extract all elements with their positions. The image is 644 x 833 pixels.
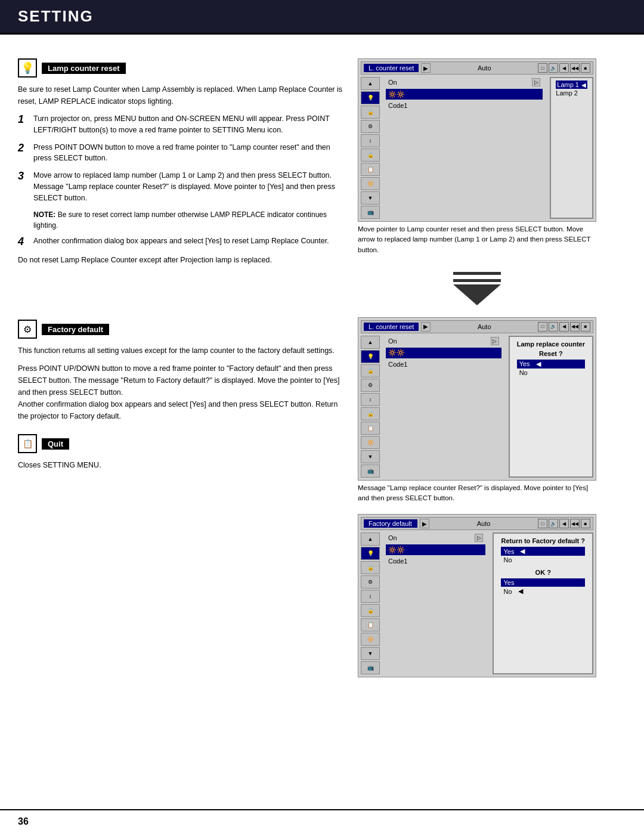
factory-dialog-no-row[interactable]: No	[501, 556, 585, 564]
ui-sidebar-1: ▲ 💡 🔒 ⚙ ↕ 🔒 📋 🔆 ▼ 📺	[361, 77, 382, 219]
sidebar-item-7[interactable]: 📋	[361, 163, 380, 176]
lamp1-label: Lamp 1	[557, 81, 579, 88]
sidebar-item-8[interactable]: 🔆	[361, 177, 380, 190]
topbar-icon-1a[interactable]: □	[538, 63, 547, 73]
sidebar3-item-2[interactable]: 💡	[361, 547, 380, 560]
topbar-icon-3e[interactable]: ■	[581, 519, 590, 528]
topbar-icon-3a[interactable]: □	[538, 519, 547, 528]
topbar-label-3[interactable]: Factory default	[364, 519, 417, 528]
ui-panel-3: Factory default ▶ Auto □ 🔊 ◀ ◀◀ ■ ▲ 💡	[358, 514, 596, 680]
topbar-arrow-1[interactable]: ▶	[421, 63, 431, 73]
menu2-arrow-on[interactable]: ▷	[491, 337, 499, 345]
topbar-icon-2b[interactable]: 🔊	[549, 322, 558, 332]
menu-arrow-lamp[interactable]	[532, 90, 540, 98]
topbar-arrow-3[interactable]: ▶	[420, 519, 429, 528]
sidebar3-item-5[interactable]: ↕	[361, 590, 380, 603]
menu3-arrow-lamp[interactable]	[475, 546, 483, 554]
factory-ok-no-row[interactable]: No ◀	[501, 587, 585, 596]
step-3-note: NOTE: Be sure to reset correct lamp numb…	[33, 209, 346, 231]
topbar-icons-3: □ 🔊 ◀ ◀◀ ■	[538, 519, 590, 528]
sidebar-item-3[interactable]: 🔒	[361, 106, 380, 119]
menu3-row-code: Code1	[386, 556, 485, 566]
ui-topbar-1: L. counter reset ▶ Auto □ 🔊 ◀ ◀◀ ■	[361, 61, 593, 75]
topbar-label-2[interactable]: L. counter reset	[364, 323, 419, 331]
lamp-dialog-no: No	[517, 369, 530, 376]
step-3: 3 Move arrow to replaced lamp number (La…	[18, 170, 346, 203]
factory-dialog-yes-row[interactable]: Yes ◀	[501, 547, 585, 556]
sidebar2-item-10[interactable]: 📺	[361, 465, 380, 478]
sidebar3-item-3[interactable]: 🔒	[361, 561, 380, 574]
topbar-icon-3c[interactable]: ◀	[559, 519, 569, 528]
topbar-icon-1e[interactable]: ■	[581, 63, 590, 73]
menu2-label-on: On	[388, 337, 488, 345]
topbar-icon-2c[interactable]: ◀	[559, 322, 569, 332]
sidebar2-item-2[interactable]: 💡	[361, 350, 380, 363]
factory-dialog-no: No	[501, 556, 514, 563]
topbar-icon-3b[interactable]: 🔊	[549, 519, 558, 528]
horiz-bar-1	[453, 272, 501, 275]
step-4-num: 4	[18, 236, 29, 248]
lamp-dialog-yes-row[interactable]: Yes ◀	[517, 360, 585, 368]
menu2-row-lamp[interactable]: 🔆🔆	[386, 348, 501, 358]
topbar-icon-1c[interactable]: ◀	[559, 63, 569, 73]
topbar-icon-1d[interactable]: ◀◀	[570, 63, 580, 73]
topbar-icon-2a[interactable]: □	[538, 322, 547, 332]
sidebar2-item-6[interactable]: 🔒	[361, 407, 380, 420]
menu-arrow-on[interactable]: ▷	[532, 78, 540, 86]
page-title: SETTING	[18, 7, 626, 26]
sidebar3-item-6[interactable]: 🔒	[361, 604, 380, 617]
sidebar2-item-4[interactable]: ⚙	[361, 379, 380, 392]
topbar-icon-1b[interactable]: 🔊	[549, 63, 558, 73]
arrow-down	[453, 284, 501, 305]
menu2-row-code: Code1	[386, 360, 501, 369]
topbar-icons-2: □ 🔊 ◀ ◀◀ ■	[538, 322, 590, 332]
sidebar2-item-3[interactable]: 🔒	[361, 364, 380, 377]
lamp-replace-dialog: Lamp replace counter Reset ? Yes ◀ No	[509, 336, 593, 478]
lamp-dialog-title: Lamp replace counter	[517, 340, 585, 348]
sidebar-item-9[interactable]: ▼	[361, 191, 380, 205]
topbar-arrow-2[interactable]: ▶	[421, 322, 431, 332]
sidebar-item-10[interactable]: 📺	[361, 206, 380, 219]
topbar-icon-3d[interactable]: ◀◀	[570, 519, 580, 528]
sidebar2-item-8[interactable]: 🔆	[361, 436, 380, 449]
topbar-icon-2e[interactable]: ■	[581, 322, 590, 332]
sidebar2-item-7[interactable]: 📋	[361, 422, 380, 435]
topbar-auto-3: Auto	[432, 520, 535, 527]
step-2-text: Press POINT DOWN button to move a red fr…	[33, 142, 346, 165]
lamp-counter-icon: 💡	[18, 58, 37, 78]
sidebar2-item-1[interactable]: ▲	[361, 336, 380, 349]
sidebar-item-6[interactable]: 🔒	[361, 148, 380, 162]
menu2-arrow-lamp[interactable]	[491, 349, 499, 357]
lamp-yes-arrow: ◀	[536, 360, 541, 368]
sidebar3-item-10[interactable]: 📺	[361, 661, 380, 674]
topbar-label-1[interactable]: L. counter reset	[364, 64, 419, 72]
sidebar3-item-1[interactable]: ▲	[361, 532, 380, 546]
lamp2-row[interactable]: Lamp 2	[556, 89, 587, 97]
lamp1-row[interactable]: Lamp 1 ◀	[556, 80, 587, 89]
arrow-separator	[358, 266, 596, 311]
sidebar3-item-8[interactable]: 🔆	[361, 633, 380, 646]
menu3-arrow-on[interactable]: ▷	[475, 534, 483, 542]
topbar-icon-2d[interactable]: ◀◀	[570, 322, 580, 332]
lamp-dialog-no-row[interactable]: No	[517, 368, 585, 377]
ui-panel-1: L. counter reset ▶ Auto □ 🔊 ◀ ◀◀ ■ ▲	[358, 58, 596, 260]
topbar-auto-2: Auto	[433, 323, 535, 330]
sidebar-item-2[interactable]: 💡	[361, 91, 380, 104]
sidebar2-item-5[interactable]: ↕	[361, 393, 380, 406]
factory-ok-yes-row[interactable]: Yes	[501, 578, 585, 587]
menu3-label-lamp: 🔆🔆	[388, 546, 472, 554]
sidebar2-item-9[interactable]: ▼	[361, 450, 380, 463]
left-column: 💡 Lamp counter reset Be sure to reset La…	[18, 58, 346, 680]
ui-panel-2-inner: L. counter reset ▶ Auto □ 🔊 ◀ ◀◀ ■ ▲ 💡	[358, 317, 596, 481]
menu3-row-lamp[interactable]: 🔆🔆	[386, 544, 485, 555]
sidebar3-item-7[interactable]: 📋	[361, 618, 380, 631]
step-4: 4 Another confirmation dialog box appear…	[18, 236, 346, 248]
sidebar-item-1[interactable]: ▲	[361, 77, 380, 90]
factory-ok-yes: Yes	[501, 579, 516, 586]
sidebar-item-4[interactable]: ⚙	[361, 120, 380, 133]
menu-row-lamp[interactable]: 🔆🔆	[386, 89, 543, 100]
sidebar3-item-9[interactable]: ▼	[361, 647, 380, 660]
sidebar-item-5[interactable]: ↕	[361, 134, 380, 147]
menu2-row-on: On ▷	[386, 336, 501, 346]
sidebar3-item-4[interactable]: ⚙	[361, 575, 380, 589]
